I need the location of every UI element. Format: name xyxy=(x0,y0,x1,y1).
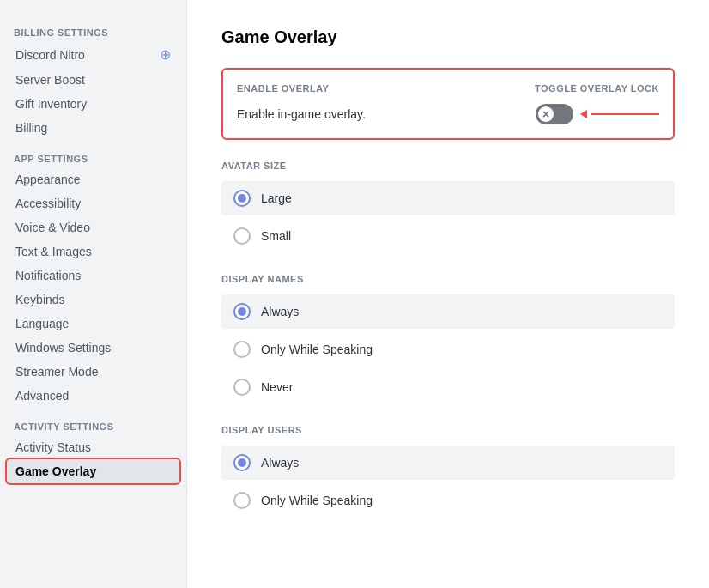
users-only-speaking-radio xyxy=(233,492,251,509)
toggle-overlay-lock-label: TOGGLE OVERLAY LOCK xyxy=(535,83,659,94)
sidebar-item-advanced[interactable]: Advanced xyxy=(7,384,179,408)
sidebar-item-activity-status[interactable]: Activity Status xyxy=(7,435,179,459)
arrow-head xyxy=(580,110,587,118)
enable-overlay-toggle[interactable] xyxy=(536,104,573,124)
page-title: Game Overlay xyxy=(221,27,675,47)
billing-label: Billing xyxy=(15,121,47,135)
display-always-label: Always xyxy=(261,305,299,318)
users-only-speaking-option[interactable]: Only While Speaking xyxy=(221,483,675,518)
sidebar-item-windows-settings[interactable]: Windows Settings xyxy=(7,336,179,360)
notifications-label: Notifications xyxy=(15,269,81,282)
advanced-label: Advanced xyxy=(15,389,69,403)
sidebar-item-language[interactable]: Language xyxy=(7,312,179,336)
gift-inventory-label: Gift Inventory xyxy=(15,97,87,111)
sidebar-item-notifications[interactable]: Notifications xyxy=(7,264,179,288)
app-section-label: APP SETTINGS xyxy=(7,147,179,167)
overlay-row: Enable in-game overlay. xyxy=(237,104,659,124)
sidebar-item-streamer-mode[interactable]: Streamer Mode xyxy=(7,360,179,384)
keybinds-label: Keybinds xyxy=(15,293,65,306)
arrow-indicator xyxy=(580,110,659,118)
windows-settings-label: Windows Settings xyxy=(15,341,111,355)
appearance-label: Appearance xyxy=(15,173,81,186)
discord-nitro-label: Discord Nitro xyxy=(15,48,85,62)
server-boost-label: Server Boost xyxy=(15,73,85,87)
sidebar-item-accessibility[interactable]: Accessibility xyxy=(7,191,179,215)
streamer-mode-label: Streamer Mode xyxy=(15,365,98,379)
display-never-label: Never xyxy=(261,380,293,394)
activity-section-label: ACTIVITY SETTINGS xyxy=(7,415,179,435)
users-only-speaking-label: Only While Speaking xyxy=(261,494,373,507)
arrow-line xyxy=(591,113,659,115)
enable-overlay-label: ENABLE OVERLAY xyxy=(237,83,329,94)
display-names-label: DISPLAY NAMES xyxy=(221,274,675,284)
sidebar-item-keybinds[interactable]: Keybinds xyxy=(7,288,179,312)
display-always-radio xyxy=(233,303,251,320)
sidebar-item-gift-inventory[interactable]: Gift Inventory xyxy=(7,92,179,116)
language-label: Language xyxy=(15,317,69,330)
nitro-icon: ⊕ xyxy=(160,46,171,63)
avatar-small-option[interactable]: Small xyxy=(221,219,675,253)
display-users-section: DISPLAY USERS Always Only While Speaking xyxy=(221,425,675,518)
users-always-label: Always xyxy=(261,456,299,470)
avatar-large-radio xyxy=(233,190,251,207)
avatar-size-section: AVATAR SIZE Large Small xyxy=(221,161,675,253)
display-only-speaking-radio xyxy=(233,341,251,358)
overlay-box-header: ENABLE OVERLAY TOGGLE OVERLAY LOCK xyxy=(237,83,659,94)
enable-overlay-box: ENABLE OVERLAY TOGGLE OVERLAY LOCK Enabl… xyxy=(221,68,675,140)
display-names-section: DISPLAY NAMES Always Only While Speaking… xyxy=(221,274,675,404)
display-never-option[interactable]: Never xyxy=(221,370,675,404)
text-images-label: Text & Images xyxy=(15,245,92,258)
toggle-row xyxy=(536,104,659,124)
avatar-small-label: Small xyxy=(261,229,291,243)
display-only-speaking-option[interactable]: Only While Speaking xyxy=(221,332,675,367)
avatar-large-option[interactable]: Large xyxy=(221,181,675,215)
sidebar-item-billing[interactable]: Billing xyxy=(7,116,179,140)
sidebar: BILLING SETTINGS Discord Nitro ⊕ Server … xyxy=(0,0,187,588)
sidebar-item-text-images[interactable]: Text & Images xyxy=(7,239,179,264)
display-always-option[interactable]: Always xyxy=(221,294,675,329)
avatar-large-label: Large xyxy=(261,191,292,205)
users-always-radio xyxy=(233,454,251,471)
sidebar-item-voice-video[interactable]: Voice & Video xyxy=(7,215,179,239)
overlay-description: Enable in-game overlay. xyxy=(237,107,366,121)
accessibility-label: Accessibility xyxy=(15,197,81,210)
main-content: Game Overlay ENABLE OVERLAY TOGGLE OVERL… xyxy=(187,0,709,588)
sidebar-item-server-boost[interactable]: Server Boost xyxy=(7,68,179,92)
toggle-knob xyxy=(538,106,554,122)
avatar-size-label: AVATAR SIZE xyxy=(221,161,675,171)
display-only-speaking-label: Only While Speaking xyxy=(261,342,373,356)
game-overlay-label: Game Overlay xyxy=(15,464,96,478)
sidebar-item-discord-nitro[interactable]: Discord Nitro ⊕ xyxy=(7,41,179,68)
display-never-radio xyxy=(233,379,251,396)
activity-status-label: Activity Status xyxy=(15,440,91,454)
avatar-small-radio xyxy=(233,227,251,245)
voice-video-label: Voice & Video xyxy=(15,221,90,234)
display-users-label: DISPLAY USERS xyxy=(221,425,675,435)
users-always-option[interactable]: Always xyxy=(221,446,675,480)
sidebar-item-game-overlay[interactable]: Game Overlay xyxy=(7,459,179,483)
sidebar-item-appearance[interactable]: Appearance xyxy=(7,167,179,191)
billing-section-label: BILLING SETTINGS xyxy=(7,21,179,41)
